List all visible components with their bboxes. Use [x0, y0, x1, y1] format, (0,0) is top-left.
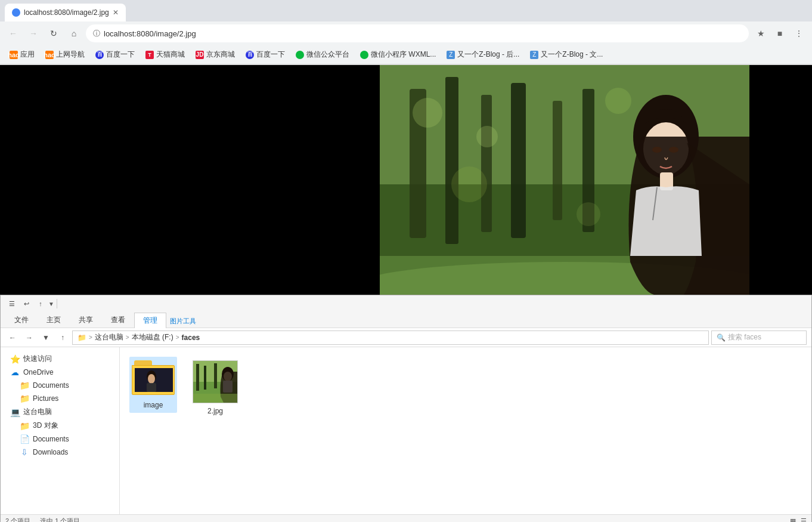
tab-home[interactable]: 主页: [38, 312, 70, 328]
file-item-image-folder[interactable]: image: [129, 357, 177, 413]
quick-access-properties[interactable]: ☰: [5, 297, 18, 310]
breadcrumb-pc[interactable]: 这台电脑: [95, 332, 123, 342]
forward-button[interactable]: →: [25, 25, 42, 42]
svg-rect-5: [511, 83, 526, 238]
tab-file[interactable]: 文件: [5, 312, 38, 328]
bookmarks-bar: hao 应用 hao 上网导航 百 百度一下 T 天猫商城 JD 京东商城 百 …: [0, 45, 812, 64]
ribbon-tabs: 文件 主页 共享 查看 管理 图片工具: [1, 312, 811, 328]
documents2-icon: 📄: [20, 434, 29, 444]
exp-back-button[interactable]: ←: [5, 331, 20, 345]
sidebar-item-downloads[interactable]: ⇩ Downloads: [1, 446, 119, 459]
bookmark-baidu2[interactable]: 百 百度一下: [241, 48, 290, 61]
bookmark-apps[interactable]: hao 应用: [5, 48, 39, 61]
sidebar-item-quick-access[interactable]: ⭐ 快速访问: [1, 352, 119, 366]
bookmark-zblog2[interactable]: Z 又一个Z-Blog - 文...: [525, 48, 608, 61]
menu-button[interactable]: ⋮: [791, 25, 807, 42]
bookmark-jd[interactable]: JD 京东商城: [191, 48, 240, 61]
jd-icon: JD: [196, 51, 204, 59]
bookmark-label: 又一个Z-Blog - 文...: [541, 50, 603, 60]
status-selected: 选中 1 个项目: [40, 517, 80, 522]
wechat2-icon: [360, 51, 368, 59]
this-pc-icon: 💻: [10, 407, 20, 417]
quick-access-icon: ⭐: [10, 354, 20, 364]
svg-point-12: [605, 88, 631, 114]
extensions-button[interactable]: ■: [771, 25, 788, 42]
baidu-icon: 百: [95, 51, 104, 59]
tab-manage-active[interactable]: 管理: [134, 313, 166, 328]
breadcrumb-home-icon: 📁: [78, 333, 86, 342]
sidebar-item-this-pc[interactable]: 💻 这台电脑: [1, 405, 119, 419]
tab-close-button[interactable]: ✕: [113, 8, 119, 17]
svg-point-17: [669, 147, 678, 153]
exp-up-button[interactable]: ↑: [55, 331, 70, 345]
explorer-search-input[interactable]: 🔍 搜索 faces: [711, 331, 807, 345]
quick-access-dropdown[interactable]: ▼: [48, 301, 54, 307]
address-bar: ← → ↻ ⌂ ⓘ localhost:8080/image/2.jpg ★ ■…: [0, 21, 812, 45]
zblog2-icon: Z: [530, 51, 538, 59]
sidebar-item-documents2[interactable]: 📄 Documents: [1, 433, 119, 446]
back-button[interactable]: ←: [5, 25, 21, 42]
folder-name: image: [144, 401, 163, 409]
bookmark-star-button[interactable]: ★: [752, 25, 769, 42]
apps-icon: hao: [10, 51, 18, 59]
breadcrumb[interactable]: 📁 > 这台电脑 > 本地磁盘 (F:) > faces: [72, 331, 709, 345]
svg-rect-27: [196, 364, 199, 391]
sidebar-label-onedrive: OneDrive: [23, 368, 54, 376]
browser-tab[interactable]: localhost:8080/image/2.jpg ✕: [5, 4, 126, 21]
svg-rect-3: [445, 77, 458, 244]
file-item-2jpg[interactable]: 2.jpg: [191, 357, 239, 419]
sidebar-item-3d[interactable]: 📁 3D 对象: [1, 419, 119, 433]
svg-point-23: [148, 374, 155, 384]
quick-access-undo[interactable]: ↩: [20, 297, 33, 310]
sidebar-item-pictures[interactable]: 📁 Pictures: [1, 392, 119, 405]
zblog1-icon: Z: [447, 51, 455, 59]
sidebar-label-quick-access: 快速访问: [23, 354, 52, 364]
tab-bar: localhost:8080/image/2.jpg ✕: [0, 0, 812, 21]
browser-chrome: localhost:8080/image/2.jpg ✕ ← → ↻ ⌂ ⓘ l…: [0, 0, 812, 65]
tab-view[interactable]: 查看: [102, 312, 134, 328]
sidebar-label-documents1: Documents: [33, 381, 69, 390]
folder-preview-svg: [135, 368, 173, 392]
quick-access-up[interactable]: ↑: [34, 297, 47, 310]
bookmark-zblog1[interactable]: Z 又一个Z-Blog - 后...: [442, 48, 524, 61]
svg-rect-24: [147, 383, 156, 392]
bookmark-baidu1[interactable]: 百 百度一下: [91, 48, 140, 61]
svg-rect-6: [553, 101, 562, 220]
bookmark-wechat-public[interactable]: 微信公众平台: [291, 48, 354, 61]
file-explorer: ☰ ↩ ↑ ▼ 文件 主页 共享 查看 管理 图片工具 ← → ▼ ↑ 📁 > …: [0, 295, 812, 522]
photo-display: [380, 65, 749, 295]
sidebar-item-onedrive[interactable]: ☁ OneDrive: [1, 366, 119, 379]
view-buttons: ▦ ☰: [790, 517, 807, 522]
bookmark-navigation[interactable]: hao 上网导航: [41, 48, 89, 61]
address-input[interactable]: ⓘ localhost:8080/image/2.jpg: [86, 24, 749, 42]
view-icon-details[interactable]: ☰: [801, 517, 807, 522]
sidebar-item-documents1[interactable]: 📁 Documents: [1, 379, 119, 392]
bookmark-wechat-miniapp[interactable]: 微信小程序 WXML...: [355, 48, 441, 61]
sidebar-label-downloads: Downloads: [33, 448, 68, 456]
photo-svg: [380, 65, 749, 295]
bookmark-label: 京东商城: [206, 50, 235, 60]
view-icon-tiles[interactable]: ▦: [790, 517, 796, 522]
baidu2-icon: 百: [246, 51, 254, 59]
status-item-count: 2 个项目: [5, 517, 30, 522]
exp-forward-button[interactable]: →: [22, 331, 36, 345]
tab-share[interactable]: 共享: [70, 312, 102, 328]
ribbon-sep: [57, 299, 57, 308]
breadcrumb-folder[interactable]: faces: [182, 333, 200, 342]
ribbon: ☰ ↩ ↑ ▼ 文件 主页 共享 查看 管理 图片工具: [1, 295, 811, 328]
bookmark-label: 百度一下: [106, 50, 135, 60]
tmall-icon: T: [145, 51, 154, 59]
bookmark-label: 应用: [20, 50, 35, 60]
breadcrumb-sep2: >: [126, 334, 129, 341]
exp-recent-button[interactable]: ▼: [39, 331, 53, 345]
breadcrumb-drive[interactable]: 本地磁盘 (F:): [132, 332, 173, 342]
context-tab-label: 图片工具: [166, 314, 200, 328]
bookmark-tmall[interactable]: T 天猫商城: [141, 48, 190, 61]
refresh-button[interactable]: ↻: [45, 25, 62, 42]
sidebar-label-3d: 3D 对象: [33, 421, 58, 431]
image-filename: 2.jpg: [207, 407, 223, 415]
svg-rect-29: [214, 363, 217, 388]
home-button[interactable]: ⌂: [66, 25, 82, 42]
bookmark-label: 天猫商城: [156, 50, 185, 60]
address-actions: ★ ■ ⋮: [752, 25, 807, 42]
